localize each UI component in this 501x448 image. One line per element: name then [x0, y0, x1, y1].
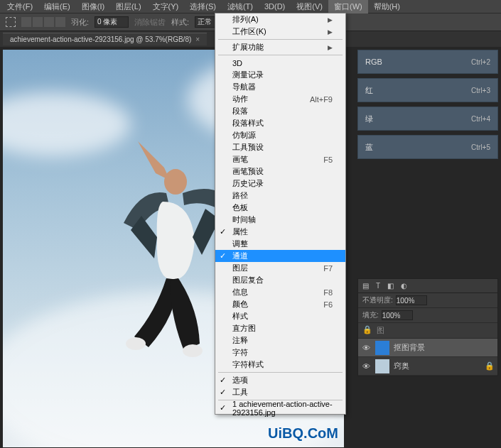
menu-item[interactable]: ✓通道: [215, 250, 345, 262]
menu-item[interactable]: 注释: [215, 334, 345, 346]
menu-item[interactable]: 段落: [215, 105, 345, 117]
menu-window[interactable]: 窗口(W): [328, 0, 368, 13]
menu-item[interactable]: 直方图: [215, 322, 345, 334]
channel-rgb[interactable]: RGBCtrl+2: [357, 50, 498, 74]
menu-help[interactable]: 帮助(H): [368, 0, 406, 13]
layer-thumbnail[interactable]: [375, 359, 389, 373]
menu-type[interactable]: 文字(Y): [147, 0, 185, 13]
menu-item[interactable]: 历史记录: [215, 177, 345, 190]
menu-item[interactable]: 工作区(K)▶: [215, 26, 345, 38]
menu-item[interactable]: 时间轴: [215, 214, 345, 226]
opacity-input[interactable]: [396, 295, 427, 305]
tab-label[interactable]: 图: [377, 325, 384, 336]
layer-row[interactable]: 👁 抠图背景: [358, 339, 497, 357]
menu-item[interactable]: 调整: [215, 238, 345, 250]
fill-input[interactable]: [382, 310, 413, 320]
selection-mode-icons[interactable]: [21, 17, 65, 27]
menu-item[interactable]: 工具预设: [215, 141, 345, 153]
close-icon[interactable]: ×: [195, 35, 200, 43]
menu-item[interactable]: 排列(A)▶: [215, 13, 345, 26]
antialias-checkbox[interactable]: 消除锯齿: [134, 17, 166, 28]
document-tab[interactable]: achievement-action-active-2923156.jpg @ …: [3, 33, 207, 45]
menu-item[interactable]: 字符: [215, 346, 345, 359]
menu-item[interactable]: 扩展功能▶: [215, 41, 345, 53]
menu-filter[interactable]: 滤镜(T): [222, 0, 259, 13]
menu-item[interactable]: 图层复合: [215, 274, 345, 286]
menu-item[interactable]: 路径: [215, 190, 345, 202]
channel-green[interactable]: 绿Ctrl+4: [357, 106, 498, 131]
menu-item[interactable]: 色板: [215, 202, 345, 214]
layer-name: 抠图背景: [394, 342, 425, 353]
channel-blue[interactable]: 蓝Ctrl+5: [357, 135, 498, 159]
menu-item[interactable]: ✓选项: [215, 374, 345, 386]
layer-row[interactable]: 👁 窍奥 🔒: [358, 357, 497, 376]
kind-filter-icon[interactable]: T: [376, 282, 380, 290]
menu-item[interactable]: ✓工具: [215, 386, 345, 398]
feather-label: 羽化:: [71, 17, 89, 28]
tab-title: achievement-action-active-2923156.jpg @ …: [10, 35, 191, 43]
kind-filter-icon3[interactable]: ◐: [401, 282, 407, 290]
menu-item[interactable]: 信息F8: [215, 286, 345, 298]
fill-label: 填充:: [362, 310, 379, 320]
menu-item[interactable]: 图层F7: [215, 262, 345, 274]
menu-item[interactable]: 画笔F5: [215, 153, 345, 165]
menu-item[interactable]: 测量记录: [215, 69, 345, 81]
visibility-icon[interactable]: 👁: [361, 344, 371, 352]
opacity-label: 不透明度:: [362, 295, 393, 305]
menu-item[interactable]: 字符样式: [215, 359, 345, 371]
layer-thumbnail[interactable]: [375, 341, 389, 355]
menu-item[interactable]: 导航器: [215, 81, 345, 93]
layers-panel: ▤ T ◧ ◐ 不透明度: 填充: 🔒 图 👁 抠图背景 👁 窍奥 🔒: [357, 278, 498, 376]
lock-icon[interactable]: 🔒: [362, 325, 372, 336]
marquee-tool-icon[interactable]: [6, 17, 16, 27]
layer-name: 窍奥: [394, 361, 409, 371]
menu-item[interactable]: 样式: [215, 310, 345, 322]
menu-bar: 文件(F) 编辑(E) 图像(I) 图层(L) 文字(Y) 选择(S) 滤镜(T…: [0, 0, 501, 13]
menu-view[interactable]: 视图(V): [291, 0, 328, 13]
menu-item[interactable]: 仿制源: [215, 129, 345, 141]
svg-point-1: [126, 337, 146, 350]
menu-image[interactable]: 图像(I): [76, 0, 110, 13]
layers-tab-icon[interactable]: ▤: [362, 282, 369, 290]
menu-item[interactable]: ✓属性: [215, 226, 345, 238]
feather-input[interactable]: [95, 16, 129, 28]
lock-icon: 🔒: [485, 361, 495, 371]
style-label: 样式:: [171, 17, 189, 28]
menu-item[interactable]: 颜色F6: [215, 298, 345, 310]
window-menu-dropdown[interactable]: 排列(A)▶工作区(K)▶扩展功能▶3D测量记录导航器动作Alt+F9段落段落样…: [215, 13, 346, 415]
menu-item[interactable]: 动作Alt+F9: [215, 93, 345, 105]
menu-select[interactable]: 选择(S): [184, 0, 222, 13]
menu-file[interactable]: 文件(F): [1, 0, 38, 13]
menu-item[interactable]: 段落样式: [215, 117, 345, 129]
watermark: UiBQ.CoM: [268, 425, 338, 442]
menu-item[interactable]: ✓1 achievement-action-active-2923156.jpg: [215, 402, 345, 414]
menu-item[interactable]: 3D: [215, 57, 345, 69]
kind-filter-icon2[interactable]: ◧: [387, 282, 394, 290]
menu-3d[interactable]: 3D(D): [259, 1, 291, 12]
menu-edit[interactable]: 编辑(E): [38, 0, 76, 13]
svg-point-2: [183, 344, 203, 357]
menu-item[interactable]: 画笔预设: [215, 165, 345, 177]
menu-layer[interactable]: 图层(L): [110, 0, 146, 13]
channels-panel: RGBCtrl+2 红Ctrl+3 绿Ctrl+4 蓝Ctrl+5: [357, 50, 498, 163]
svg-point-0: [164, 169, 187, 195]
channel-red[interactable]: 红Ctrl+3: [357, 78, 498, 102]
visibility-icon[interactable]: 👁: [361, 362, 371, 371]
